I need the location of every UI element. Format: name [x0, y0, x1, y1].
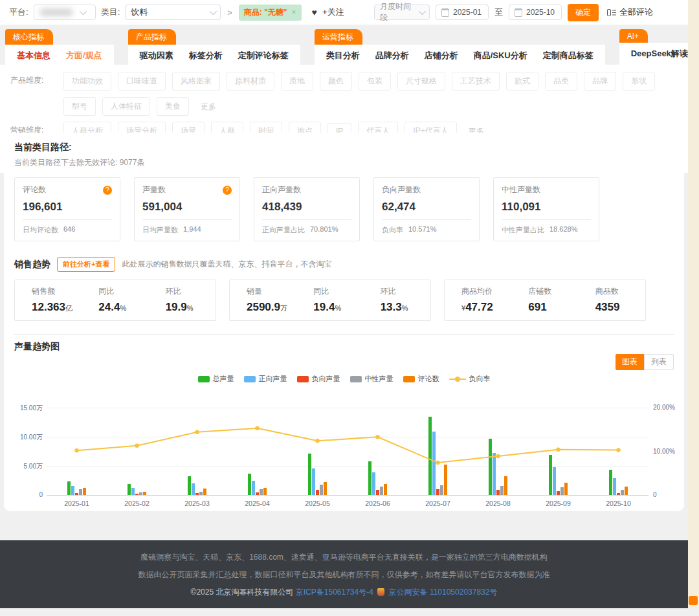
sales-metric-label: 商品均价 — [461, 286, 511, 297]
filter-pill[interactable]: 质地 — [281, 72, 313, 91]
category-select[interactable]: 饮料 — [125, 5, 221, 20]
sales-card: 商品均价¥47.72店铺数691商品数4359 — [444, 280, 646, 321]
police-license-link[interactable]: 京公网安备 11010502037832号 — [389, 588, 498, 597]
nav-group-tab[interactable]: AI+ — [619, 29, 648, 43]
filter-pill[interactable]: 美食 — [157, 97, 189, 116]
sales-coverage-note: 此处展示的销售数据只覆盖天猫、京东、抖音平台，不含淘宝 — [122, 259, 331, 270]
nav-item[interactable]: 定制商品标签 — [535, 50, 601, 61]
filter-pill[interactable]: 口味味道 — [118, 72, 166, 91]
legend-label: 总声量 — [213, 374, 234, 384]
platform-select[interactable] — [34, 5, 96, 20]
legend-item[interactable]: 负向率 — [449, 374, 491, 384]
volume-trend-chart: 15.00万10.00万5.00万020.00%10.00%02025-0120… — [14, 399, 674, 513]
metric-card: 评论数?196,601日均评论数646 — [14, 177, 120, 241]
nav-item[interactable]: 驱动因素 — [132, 50, 181, 61]
value-unit: % — [187, 304, 194, 312]
nav-item[interactable]: 品牌分析 — [368, 50, 417, 61]
nav-group: AI+DeepSeek解读 — [619, 29, 699, 65]
sales-metric: 销量2590.9万 — [230, 286, 296, 314]
filter-pill[interactable]: 功能功效 — [63, 72, 111, 91]
topbar-left: 平台: 类目: 饮料 > 商品: "无糖" × ♥ +关注 — [9, 5, 344, 21]
metric-value: 110,091 — [502, 201, 591, 214]
value-unit: % — [120, 304, 126, 312]
keyword-tag-label: 商品: "无糖" — [244, 7, 287, 18]
heart-icon: ♥ — [312, 7, 317, 17]
filter-pill[interactable]: 原料材质 — [227, 72, 274, 91]
value-number: 47.72 — [465, 301, 493, 313]
filter-pill[interactable]: 品牌 — [584, 72, 616, 91]
sales-metric-value: 19.9% — [166, 301, 216, 314]
filter-pill[interactable]: 风格图案 — [172, 72, 220, 91]
filter-pill[interactable]: 款式 — [506, 72, 538, 91]
metric-sub-row: 中性声量占比18.628% — [502, 225, 591, 235]
value-number: 4359 — [595, 301, 620, 313]
sales-metric-value: 24.4% — [98, 301, 148, 314]
value-unit: % — [402, 304, 408, 312]
tag-close-icon[interactable]: × — [292, 8, 296, 17]
legend-swatch — [244, 376, 256, 382]
sales-metric: 同比19.4% — [296, 286, 363, 314]
legend-swatch — [297, 376, 309, 382]
filter-pills: 功能功效口味味道风格图案原料材质质地颜色包装尺寸规格工艺技术款式品类品牌形状型号… — [63, 72, 678, 116]
nav-group-tab[interactable]: 核心指标 — [5, 29, 53, 45]
all-comments-button[interactable]: 全部评论 — [607, 6, 653, 18]
legend-item[interactable]: 中性声量 — [350, 374, 394, 384]
legend-item[interactable]: 总声量 — [198, 374, 234, 384]
filter-pill[interactable]: 品类 — [545, 72, 577, 91]
police-badge-icon — [377, 588, 384, 596]
nav-item[interactable]: 店铺分析 — [417, 50, 466, 61]
nav-group-items: DeepSeek解读 — [619, 43, 699, 65]
metric-sub-row: 负向率10.571% — [382, 225, 471, 235]
filter-pill[interactable]: 包装 — [359, 72, 391, 91]
nav-group-tab[interactable]: 产品指标 — [128, 29, 176, 45]
nav-item[interactable]: 方面/观点 — [58, 50, 110, 61]
period-type-select[interactable]: 月度时间段 — [374, 5, 430, 20]
chevron-down-icon — [79, 8, 86, 15]
sales-metric-value: 691 — [528, 301, 578, 314]
nav-group-items: 基本信息方面/观点 — [5, 45, 114, 67]
date-from-input[interactable]: 2025-01 — [436, 5, 489, 20]
keyword-tag[interactable]: 商品: "无糖" × — [239, 5, 302, 21]
value-unit: 万 — [280, 304, 287, 312]
main-panel: 当前类目路径: 当前类目路径下去除无效评论: 9077条 评论数?196,601… — [4, 133, 684, 511]
footer-disclaimer-1: 魔镜洞察与淘宝、天猫、京东、1688.com、速卖通、亚马逊等电商平台无直接关联… — [0, 549, 688, 566]
filter-pill[interactable]: 颜色 — [320, 72, 352, 91]
go-analyze-button[interactable]: 前往分析+查看 — [57, 257, 115, 272]
floating-action-button[interactable] — [689, 596, 698, 605]
follow-button[interactable]: +关注 — [322, 6, 344, 18]
volume-trend-header: 声量趋势图 图表 列表 — [14, 341, 674, 370]
nav-item[interactable]: 定制评论标签 — [230, 50, 296, 61]
nav-group-tab[interactable]: 运营指标 — [315, 29, 362, 45]
filter-pill[interactable]: 人体特征 — [102, 97, 150, 116]
help-icon[interactable]: ? — [103, 186, 112, 195]
filter-pill[interactable]: 形状 — [623, 72, 655, 91]
help-icon[interactable]: ? — [223, 186, 232, 195]
filter-pill[interactable]: 尺寸规格 — [397, 72, 445, 91]
sales-metric-label: 商品数 — [595, 286, 645, 297]
confirm-button[interactable]: 确定 — [568, 4, 599, 21]
toggle-list-button[interactable]: 列表 — [644, 354, 674, 370]
more-link[interactable]: 更多 — [201, 98, 216, 115]
nav-item[interactable]: 类目分析 — [318, 50, 368, 61]
nav-item[interactable]: 商品/SKU分析 — [466, 50, 535, 61]
legend-item[interactable]: 负向声量 — [297, 374, 340, 384]
nav-item[interactable]: 基本信息 — [9, 50, 58, 61]
metric-value: 62,474 — [382, 201, 471, 214]
metric-sub-row: 正向声量占比70.801% — [262, 225, 351, 235]
icp-license-link[interactable]: 京ICP备15061734号-4 — [296, 588, 373, 597]
nav-item[interactable]: 标签分析 — [181, 50, 230, 61]
legend-item[interactable]: 评论数 — [403, 374, 439, 384]
category-value: 饮料 — [131, 6, 148, 18]
value-number: 13.3 — [381, 301, 402, 313]
calendar-icon — [515, 8, 522, 17]
side-scroll-strip[interactable] — [688, 0, 699, 608]
filter-pill[interactable]: 型号 — [63, 97, 96, 116]
legend-item[interactable]: 正向声量 — [244, 374, 287, 384]
date-to-input[interactable]: 2025-10 — [509, 5, 562, 20]
nav-group: 核心指标基本信息方面/观点 — [5, 29, 114, 67]
filter-pill[interactable]: 工艺技术 — [452, 72, 500, 91]
filter-row: 产品维度:功能功效口味味道风格图案原料材质质地颜色包装尺寸规格工艺技术款式品类品… — [10, 72, 678, 116]
metric-label-row: 负向声量数 — [382, 184, 471, 195]
nav-item[interactable]: DeepSeek解读 — [623, 48, 696, 60]
toggle-chart-button[interactable]: 图表 — [616, 354, 644, 370]
